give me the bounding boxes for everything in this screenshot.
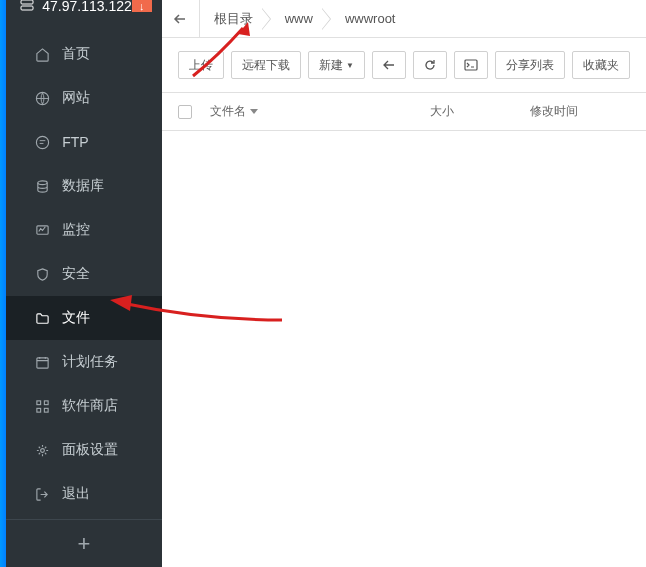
svg-rect-7 [37,400,41,404]
create-button[interactable]: 新建 ▼ [308,51,365,79]
remote-download-button[interactable]: 远程下载 [231,51,301,79]
svg-rect-9 [37,408,41,412]
sidebar-item-label: 软件商店 [62,397,118,415]
svg-rect-12 [465,60,477,70]
file-list-area [162,131,646,567]
add-button[interactable]: + [6,519,162,567]
main-content: 根目录 www wwwroot 上传 远程下载 新建 ▼ 分享列表 收藏夹 文件… [162,0,646,567]
gear-icon [34,442,50,458]
table-header-row: 文件名 大小 修改时间 [162,93,646,131]
sidebar-item-label: 数据库 [62,177,104,195]
sidebar-item-label: 首页 [62,45,90,63]
share-list-button[interactable]: 分享列表 [495,51,565,79]
svg-rect-1 [21,6,33,10]
logout-icon [34,486,50,502]
nav-list: 首页 网站 FTP 数据库 监控 安全 文件 计划任务 [6,12,162,519]
sidebar-item-cron[interactable]: 计划任务 [6,340,162,384]
select-all-checkbox[interactable] [178,105,192,119]
sidebar-item-label: FTP [62,134,88,150]
ip-header: 47.97.113.122 ↓ [6,0,162,12]
sidebar-item-security[interactable]: 安全 [6,252,162,296]
breadcrumb-segment-wwwroot[interactable]: wwwroot [331,0,414,38]
sidebar-item-home[interactable]: 首页 [6,32,162,76]
column-header-name[interactable]: 文件名 [210,103,430,120]
upload-button[interactable]: 上传 [178,51,224,79]
apps-icon [34,398,50,414]
breadcrumb-segment-www[interactable]: www [271,0,331,38]
sidebar-item-label: 网站 [62,89,90,107]
calendar-icon [34,354,50,370]
column-header-time[interactable]: 修改时间 [530,103,630,120]
sidebar-item-ftp[interactable]: FTP [6,120,162,164]
svg-rect-6 [37,357,48,367]
sidebar-item-label: 面板设置 [62,441,118,459]
create-label: 新建 [319,57,343,74]
sidebar-item-label: 文件 [62,309,90,327]
sidebar-item-appstore[interactable]: 软件商店 [6,384,162,428]
sidebar-item-label: 监控 [62,221,90,239]
sort-desc-icon [250,109,258,114]
sidebar: 47.97.113.122 ↓ 首页 网站 FTP 数据库 监控 安全 [6,0,162,567]
ip-address: 47.97.113.122 [42,0,132,12]
folder-icon [34,310,50,326]
breadcrumb: 根目录 www wwwroot [162,0,646,38]
sidebar-item-label: 计划任务 [62,353,118,371]
back-button[interactable] [372,51,406,79]
sidebar-item-files[interactable]: 文件 [6,296,162,340]
server-icon [20,0,34,12]
monitor-icon [34,222,50,238]
sidebar-item-settings[interactable]: 面板设置 [6,428,162,472]
sidebar-item-label: 退出 [62,485,90,503]
favorites-button[interactable]: 收藏夹 [572,51,630,79]
ftp-icon [34,134,50,150]
terminal-button[interactable] [454,51,488,79]
column-header-size[interactable]: 大小 [430,103,530,120]
chevron-down-icon: ▼ [346,61,354,70]
sidebar-item-label: 安全 [62,265,90,283]
svg-rect-0 [21,0,33,4]
svg-point-3 [36,136,48,148]
svg-rect-10 [44,408,48,412]
notification-badge[interactable]: ↓ [132,0,152,12]
svg-point-11 [40,448,44,452]
refresh-button[interactable] [413,51,447,79]
sidebar-item-logout[interactable]: 退出 [6,472,162,516]
breadcrumb-back-button[interactable] [162,0,200,38]
toolbar: 上传 远程下载 新建 ▼ 分享列表 收藏夹 [162,38,646,93]
breadcrumb-segment-root[interactable]: 根目录 [200,0,271,38]
column-label: 文件名 [210,103,246,120]
shield-icon [34,266,50,282]
sidebar-item-monitor[interactable]: 监控 [6,208,162,252]
svg-rect-8 [44,400,48,404]
sidebar-item-database[interactable]: 数据库 [6,164,162,208]
home-icon [34,46,50,62]
svg-point-4 [38,180,47,184]
globe-icon [34,90,50,106]
database-icon [34,178,50,194]
sidebar-item-website[interactable]: 网站 [6,76,162,120]
